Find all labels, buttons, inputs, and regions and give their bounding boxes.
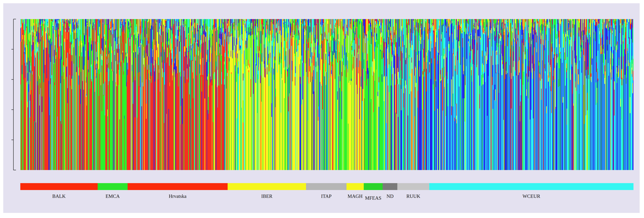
population-band-segment-emca bbox=[98, 183, 128, 190]
admixture-plot-canvas bbox=[20, 19, 634, 170]
population-label-itap: ITAP bbox=[306, 193, 346, 202]
population-band-segment-wceur bbox=[429, 183, 634, 190]
population-band-segment-iber bbox=[228, 183, 306, 190]
figure-panel: BALKEMCAHrvatskaIBERITAPMAGHMFEASNDRUUKW… bbox=[3, 3, 640, 213]
population-band-segment-ruuk bbox=[397, 183, 429, 190]
population-label-iber: IBER bbox=[228, 193, 306, 202]
population-label-magh: MAGH bbox=[346, 193, 364, 202]
population-band-segment-hrvatska bbox=[128, 183, 228, 190]
population-labels: BALKEMCAHrvatskaIBERITAPMAGHMFEASNDRUUKW… bbox=[20, 193, 634, 202]
population-label-ruuk: RUUK bbox=[397, 193, 429, 202]
population-label-balk: BALK bbox=[20, 193, 98, 202]
population-label-hrvatska: Hrvatska bbox=[128, 193, 228, 202]
population-label-wceur: WCEUR bbox=[429, 193, 634, 202]
population-label-nd: ND bbox=[382, 193, 397, 202]
y-axis-bracket bbox=[10, 18, 17, 172]
population-label-mfeas: MFEAS bbox=[364, 195, 383, 203]
population-band-segment-itap bbox=[306, 183, 346, 190]
population-band-segment-balk bbox=[20, 183, 98, 190]
figure-root: BALKEMCAHrvatskaIBERITAPMAGHMFEASNDRUUKW… bbox=[0, 0, 644, 218]
population-label-emca: EMCA bbox=[98, 193, 128, 202]
population-band-segment-mfeas bbox=[364, 183, 383, 190]
population-band-segment-magh bbox=[346, 183, 364, 190]
population-band-segment-nd bbox=[382, 183, 397, 190]
population-band bbox=[20, 183, 634, 190]
